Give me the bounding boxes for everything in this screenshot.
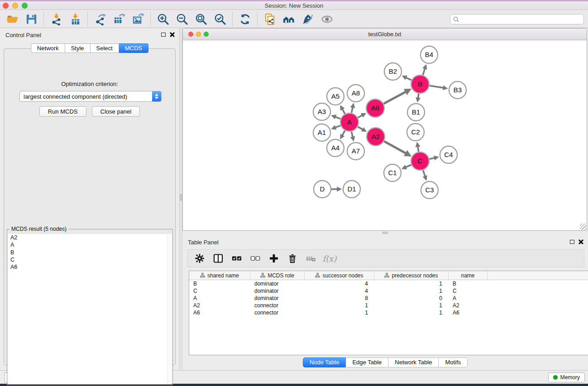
search-field[interactable] [450,14,584,24]
export-image-button[interactable] [130,12,146,26]
window-titlebar[interactable]: Session: New Session [0,1,588,10]
tab-style[interactable]: Style [65,43,91,53]
column-settings-button[interactable] [194,253,206,264]
edge-A-A6[interactable] [358,114,365,118]
memory-button[interactable]: Memory [548,372,585,382]
network-node-A8[interactable]: A8 [347,85,364,102]
mcds-result-item[interactable]: A [8,241,172,248]
edge-A-A1[interactable] [332,125,340,129]
deselect-all-rows-button[interactable] [249,253,261,264]
copy-network-button[interactable] [262,12,277,26]
close-panel-button[interactable]: Close panel [92,106,140,117]
table-cell[interactable]: dominator [250,295,305,301]
table-cell[interactable]: 1 [374,288,449,294]
tab-edge-table[interactable]: Edge Table [346,357,388,367]
edge-A-A5[interactable] [341,106,345,114]
edge-C-C2[interactable] [417,143,419,152]
close-panel-icon[interactable] [170,32,175,37]
table-cell[interactable]: dominator [250,281,305,287]
mcds-result-item[interactable]: A2 [8,234,172,241]
network-node-A2[interactable]: A2 [367,128,385,146]
table-cell[interactable]: connector [250,302,305,309]
table-cell[interactable]: A6 [449,310,488,316]
zoom-selected-button[interactable] [212,12,228,26]
show-annotations-button[interactable] [300,12,316,26]
table-row[interactable]: A2connector11A2 [189,302,588,309]
column-layout-button[interactable] [212,253,224,264]
table-cell[interactable]: B [449,281,488,287]
network-window-titlebar[interactable]: testGlobe.txt [183,29,587,40]
table-cell[interactable]: A2 [449,302,488,309]
select-all-rows-button[interactable] [231,253,243,264]
edge-A-A8[interactable] [351,104,353,113]
edge-A6-B[interactable] [384,90,410,104]
column-header-shared-name[interactable]: shared name [189,271,250,280]
table-cell[interactable]: A6 [189,310,250,316]
save-session-button[interactable] [24,12,39,26]
table-cell[interactable]: A [449,295,488,301]
tab-motifs[interactable]: Motifs [439,357,468,367]
edge-A-A7[interactable] [351,132,353,140]
delete-columns-button[interactable] [305,253,317,264]
edge-B-B4[interactable] [423,66,425,75]
close-table-panel-icon[interactable] [578,239,583,244]
import-table-button[interactable] [67,12,83,26]
network-node-A1[interactable]: A1 [313,124,330,141]
network-node-C1[interactable]: C1 [384,164,401,181]
export-table-button[interactable] [111,12,127,26]
edge-B-B2[interactable] [403,76,411,81]
table-cell[interactable]: 4 [305,288,374,294]
table-cell[interactable]: 1 [305,302,374,309]
open-session-button[interactable] [5,12,20,26]
network-node-A5[interactable]: A5 [327,88,344,105]
tab-mcds[interactable]: MCDS [119,43,148,53]
network-node-A6[interactable]: A6 [366,99,384,117]
network-node-A7[interactable]: A7 [347,143,364,160]
mcds-result-list[interactable]: A2ABCA6 [8,234,172,384]
network-node-D[interactable]: D [314,181,331,198]
network-node-B4[interactable]: B4 [421,46,438,63]
delete-rows-button[interactable] [287,253,298,264]
column-header-predecessor-nodes[interactable]: predecessor nodes [374,271,449,280]
network-node-C3[interactable]: C3 [421,181,438,199]
table-cell[interactable]: A [189,295,250,301]
network-node-C[interactable]: C [411,152,429,170]
edge-A-A3[interactable] [332,116,340,119]
table-row[interactable]: Adominator80A [189,295,588,302]
search-input[interactable] [459,15,583,24]
table-row[interactable]: A6connector11A6 [189,309,588,316]
edge-C-C1[interactable] [403,165,411,168]
table-cell[interactable]: 1 [374,302,449,309]
table-cell[interactable]: 1 [374,281,449,287]
horizontal-divider-grip[interactable] [382,232,388,234]
table-cell[interactable]: dominator [250,288,305,294]
table-cell[interactable]: 0 [374,295,449,301]
window-resize-grip[interactable] [580,224,586,230]
edge-A-A2[interactable] [358,127,365,131]
mcds-result-item[interactable]: B [8,249,172,256]
panel-divider[interactable] [179,28,182,370]
zoom-out-button[interactable] [174,12,190,26]
tab-network[interactable]: Network [31,43,65,53]
network-node-A4[interactable]: A4 [327,139,344,157]
edge-B-B3[interactable] [430,86,447,88]
network-node-A[interactable]: A [340,113,359,131]
network-node-B2[interactable]: B2 [384,63,402,80]
column-header-mcds-role[interactable]: MCDS role [250,271,305,280]
mcds-list-scrollbar[interactable] [167,234,172,384]
tab-select[interactable]: Select [91,43,119,53]
tab-node-table[interactable]: Node Table [303,357,346,367]
edge-A-A4[interactable] [341,130,345,138]
network-canvas[interactable]: B4B2BB3A8A5A6A3B1AA1C2A2A4A7C4CC1C3DD1 [183,40,587,230]
network-node-C2[interactable]: C2 [407,124,424,141]
float-panel-icon[interactable] [161,33,166,37]
table-cell[interactable]: C [189,288,250,294]
network-node-A3[interactable]: A3 [313,103,330,120]
edge-A2-C[interactable] [384,141,410,155]
network-graph[interactable]: B4B2BB3A8A5A6A3B1AA1C2A2A4A7C4CC1C3DD1 [183,40,587,230]
birds-eye-view-button[interactable] [319,12,335,26]
function-builder-button[interactable]: f(x) [324,253,335,264]
table-cell[interactable]: A2 [189,302,250,309]
column-header-name[interactable]: name [449,271,488,280]
float-table-panel-icon[interactable] [570,240,574,244]
